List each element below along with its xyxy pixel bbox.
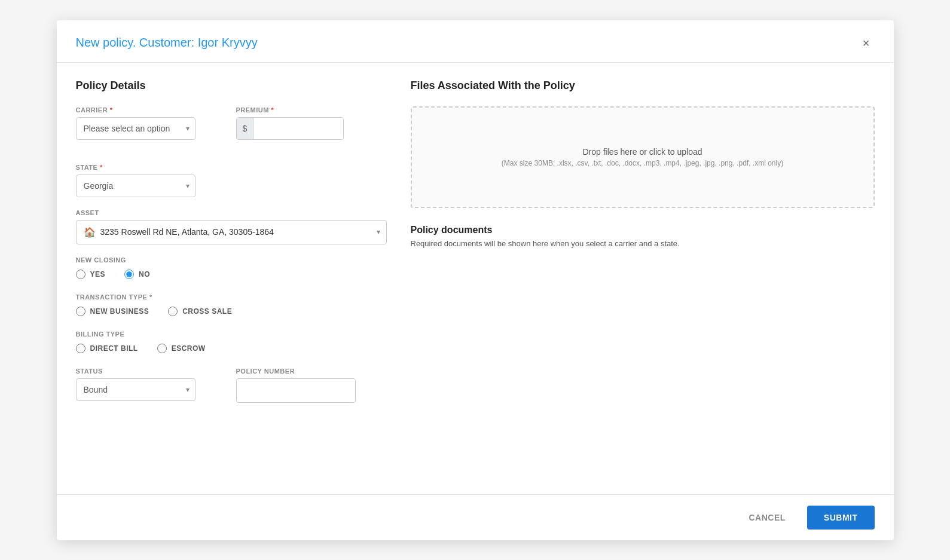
modal-footer: CANCEL SUBMIT <box>57 494 894 540</box>
billing-escrow-item[interactable]: ESCROW <box>157 344 206 353</box>
transaction-new-business-item[interactable]: NEW BUSINESS <box>76 307 149 316</box>
carrier-label: CARRIER * <box>76 106 227 114</box>
status-select-wrapper[interactable]: Bound Active Cancelled Expired ▾ <box>76 378 196 401</box>
modal-body: Policy Details CARRIER * Please select a… <box>57 63 894 494</box>
new-closing-yes-radio[interactable] <box>76 270 85 279</box>
carrier-group: CARRIER * Please select an option ▾ <box>76 106 227 140</box>
billing-type-group: BILLING TYPE DIRECT BILL ESCROW <box>76 331 387 353</box>
policy-docs-title: Policy documents <box>411 225 875 235</box>
left-panel: Policy Details CARRIER * Please select a… <box>76 79 387 478</box>
status-policy-row: STATUS Bound Active Cancelled Expired ▾ … <box>76 368 387 415</box>
new-closing-yes-item[interactable]: YES <box>76 270 106 279</box>
transaction-cross-sale-label: CROSS SALE <box>182 307 232 316</box>
dropzone-text: Drop files here or click to upload <box>583 147 702 157</box>
billing-direct-bill-radio[interactable] <box>76 344 85 353</box>
new-closing-yes-label: YES <box>90 270 106 279</box>
billing-direct-bill-label: DIRECT BILL <box>90 344 138 353</box>
transaction-cross-sale-radio[interactable] <box>168 307 178 316</box>
policy-number-group: POLICY NUMBER <box>236 368 387 403</box>
billing-escrow-radio[interactable] <box>157 344 167 353</box>
premium-group: PREMIUM * $ <box>236 106 387 140</box>
policy-number-wrapper <box>236 378 356 403</box>
state-select[interactable]: Georgia Alabama Florida Tennessee <box>76 175 196 197</box>
status-label: STATUS <box>76 368 227 375</box>
new-closing-label: NEW CLOSING <box>76 256 387 264</box>
billing-escrow-label: ESCROW <box>172 344 206 353</box>
premium-input-wrapper: $ <box>236 117 344 140</box>
asset-select[interactable]: 3235 Roswell Rd NE, Atlanta, GA, 30305-1… <box>100 227 365 237</box>
asset-select-wrapper[interactable]: 🏠 3235 Roswell Rd NE, Atlanta, GA, 30305… <box>76 220 387 244</box>
dropzone-subtext: (Max size 30MB; .xlsx, .csv, .txt, .doc,… <box>502 159 783 167</box>
new-closing-options: YES NO <box>76 270 387 279</box>
status-group: STATUS Bound Active Cancelled Expired ▾ <box>76 368 227 403</box>
modal-header: New policy. Customer: Igor Kryvyy × <box>57 20 894 63</box>
policy-number-label: POLICY NUMBER <box>236 368 387 375</box>
transaction-type-options: NEW BUSINESS CROSS SALE <box>76 307 387 316</box>
policy-details-title: Policy Details <box>76 79 387 92</box>
modal-title: New policy. Customer: Igor Kryvyy <box>76 36 258 50</box>
billing-type-label: BILLING TYPE <box>76 331 387 338</box>
asset-icon: 🏠 <box>84 227 96 238</box>
billing-type-options: DIRECT BILL ESCROW <box>76 344 387 353</box>
new-closing-no-item[interactable]: NO <box>124 270 150 279</box>
carrier-select[interactable]: Please select an option <box>76 117 196 140</box>
carrier-premium-row: CARRIER * Please select an option ▾ PREM… <box>76 106 387 152</box>
status-select[interactable]: Bound Active Cancelled Expired <box>76 378 196 401</box>
modal-dialog: New policy. Customer: Igor Kryvyy × Poli… <box>57 20 894 540</box>
new-closing-no-radio[interactable] <box>124 270 134 279</box>
carrier-select-wrapper[interactable]: Please select an option ▾ <box>76 117 196 140</box>
transaction-cross-sale-item[interactable]: CROSS SALE <box>168 307 232 316</box>
transaction-type-group: TRANSACTION TYPE * NEW BUSINESS CROSS SA… <box>76 293 387 316</box>
title-static: New policy. Customer: <box>76 36 195 49</box>
premium-input[interactable] <box>253 118 343 139</box>
new-closing-no-label: NO <box>139 270 150 279</box>
billing-direct-bill-item[interactable]: DIRECT BILL <box>76 344 138 353</box>
close-button[interactable]: × <box>858 35 875 51</box>
premium-label: PREMIUM * <box>236 106 387 114</box>
policy-docs-text: Required documents will be shown here wh… <box>411 239 875 248</box>
new-closing-group: NEW CLOSING YES NO <box>76 256 387 279</box>
transaction-new-business-radio[interactable] <box>76 307 85 316</box>
state-select-wrapper[interactable]: Georgia Alabama Florida Tennessee ▾ <box>76 175 196 197</box>
cancel-button[interactable]: CANCEL <box>737 506 797 530</box>
customer-name: Igor Kryvyy <box>198 36 258 49</box>
state-label: STATE * <box>76 164 387 171</box>
asset-label: ASSET <box>76 209 387 216</box>
files-title: Files Associated With the Policy <box>411 79 875 92</box>
policy-number-input[interactable] <box>237 380 356 401</box>
transaction-new-business-label: NEW BUSINESS <box>90 307 149 316</box>
submit-button[interactable]: SUBMIT <box>807 506 875 530</box>
asset-chevron-icon: ▾ <box>377 228 380 236</box>
transaction-type-label: TRANSACTION TYPE * <box>76 293 387 301</box>
file-dropzone[interactable]: Drop files here or click to upload (Max … <box>411 106 875 208</box>
asset-group: ASSET 🏠 3235 Roswell Rd NE, Atlanta, GA,… <box>76 209 387 244</box>
premium-prefix: $ <box>237 118 254 139</box>
state-group: STATE * Georgia Alabama Florida Tennesse… <box>76 164 387 197</box>
right-panel: Files Associated With the Policy Drop fi… <box>411 79 875 478</box>
